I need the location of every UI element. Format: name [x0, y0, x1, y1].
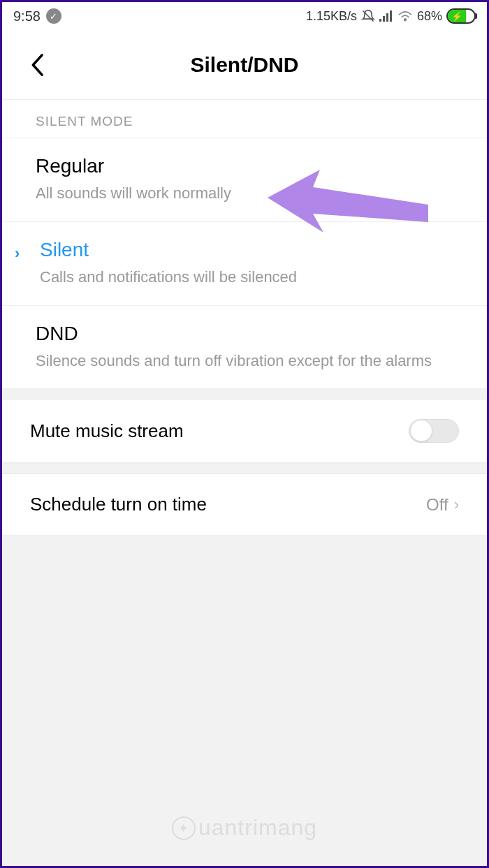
watermark-icon: ✦: [172, 816, 196, 840]
svg-rect-2: [383, 16, 385, 22]
section-header-silent-mode: SILENT MODE: [2, 100, 487, 138]
svg-rect-4: [390, 10, 392, 22]
option-title: Regular: [36, 155, 453, 177]
toggle-knob: [411, 420, 432, 441]
option-description: Silence sounds and turn off vibration ex…: [36, 351, 453, 372]
status-time: 9:58: [13, 8, 41, 24]
watermark-text: uantrimang: [198, 815, 317, 841]
svg-point-5: [404, 19, 407, 21]
signal-icon: [379, 10, 393, 22]
row-mute-music[interactable]: Mute music stream: [2, 399, 487, 463]
battery-icon: ⚡: [446, 8, 476, 24]
svg-rect-3: [386, 13, 388, 22]
network-speed: 1.15KB/s: [306, 9, 357, 24]
option-description: Calls and notifications will be silenced: [40, 267, 453, 288]
option-title: DND: [36, 323, 453, 345]
selected-indicator-icon: ›: [15, 244, 20, 263]
check-circle-icon: ✓: [46, 8, 61, 24]
battery-percent: 68%: [417, 9, 442, 24]
status-bar: 9:58 ✓ 1.15KB/s 68%: [2, 2, 487, 30]
page-header: Silent/DND: [2, 30, 487, 100]
option-description: All sounds will work normally: [36, 183, 453, 205]
row-label: Mute music stream: [30, 420, 409, 442]
row-value: Off: [426, 495, 448, 515]
row-label: Schedule turn on time: [30, 494, 426, 515]
option-title: Silent: [40, 239, 453, 261]
section-gap: [2, 388, 487, 399]
watermark: ✦ uantrimang: [172, 815, 317, 841]
toggle-mute-music[interactable]: [409, 419, 459, 443]
option-silent[interactable]: › Silent Calls and notifications will be…: [2, 221, 487, 305]
svg-rect-1: [379, 19, 381, 22]
section-gap: [2, 463, 487, 474]
back-button[interactable]: [23, 51, 51, 79]
page-title: Silent/DND: [51, 53, 438, 77]
wifi-icon: [397, 10, 413, 22]
option-dnd[interactable]: DND Silence sounds and turn off vibratio…: [2, 305, 487, 389]
chevron-right-icon: ›: [454, 496, 459, 514]
bell-muted-icon: [361, 9, 375, 23]
option-regular[interactable]: Regular All sounds will work normally: [2, 138, 487, 221]
silent-mode-options: Regular All sounds will work normally › …: [2, 138, 487, 388]
row-schedule[interactable]: Schedule turn on time Off ›: [2, 474, 487, 536]
